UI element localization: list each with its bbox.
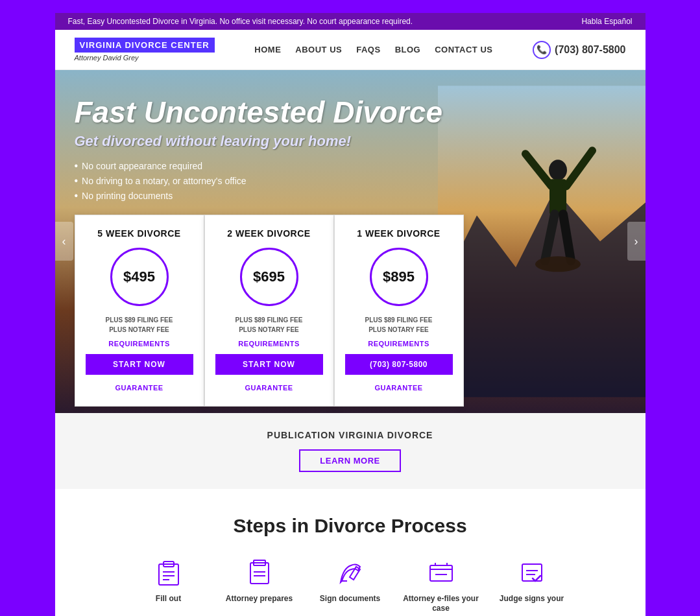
svg-point-2 — [549, 160, 567, 180]
svg-point-8 — [535, 256, 581, 272]
price-amount-2week: $695 — [253, 268, 285, 285]
guarantee-link-5week[interactable]: GUARANTEE — [115, 384, 163, 392]
step-item-3: Sign documents — [308, 556, 392, 614]
nav-about[interactable]: ABOUT US — [295, 45, 342, 54]
price-circle-2week: $695 — [240, 248, 298, 306]
steps-title: Steps in Divorce Process — [68, 515, 633, 537]
step-item-5: Judge signs your — [490, 556, 574, 614]
pricing-row: 5 WEEK DIVORCE $495 PLUS $89 FILING FEE … — [75, 215, 464, 413]
requirements-link-2week[interactable]: REQUIREMENTS — [215, 340, 323, 348]
carousel-right-arrow[interactable]: › — [627, 222, 646, 261]
banner-left-text: Fast, Easy Uncontested Divorce in Virgin… — [68, 17, 413, 26]
nav-blog[interactable]: BLOG — [395, 45, 421, 54]
pricing-card-2week: 2 WEEK DIVORCE $695 PLUS $89 FILING FEE … — [204, 215, 334, 407]
guarantee-link-1week[interactable]: GUARANTEE — [374, 384, 422, 392]
hero-person-image — [438, 70, 646, 413]
steps-section: Steps in Divorce Process Fill out — [55, 489, 646, 616]
navbar: VIRGINIA DIVORCE CENTER Attorney David G… — [55, 30, 646, 70]
step-icon-4 — [425, 556, 457, 589]
start-now-button-2week[interactable]: START NOW — [215, 354, 323, 375]
nav-faqs[interactable]: FAQS — [356, 45, 380, 54]
step-label-4: Attorney e-files your case — [399, 594, 483, 614]
nav-home[interactable]: HOME — [254, 45, 281, 54]
logo: VIRGINIA DIVORCE CENTER Attorney David G… — [75, 38, 215, 62]
hero-bullets: No court appearance required No driving … — [75, 160, 464, 202]
filing-fee-5week: PLUS $89 FILING FEE PLUS NOTARY FEE — [86, 315, 193, 335]
step-icon-1 — [152, 556, 185, 589]
price-circle-5week: $495 — [110, 248, 169, 306]
start-now-button-5week[interactable]: START NOW — [86, 354, 193, 375]
price-amount-5week: $495 — [123, 268, 155, 285]
nav-contact[interactable]: CONTACT US — [435, 45, 492, 54]
step-label-2: Attorney prepares — [226, 594, 293, 604]
hero-bullet-2: No driving to a notary, or attorney's of… — [75, 175, 464, 187]
carousel-left-arrow[interactable]: ‹ — [55, 222, 73, 261]
top-banner: Fast, Easy Uncontested Divorce in Virgin… — [55, 13, 646, 30]
step-icon-2 — [243, 556, 276, 589]
filing-fee-1week: PLUS $89 FILING FEE PLUS NOTARY FEE — [345, 315, 453, 335]
step-icon-3 — [334, 556, 367, 589]
phone-number: (703) 807-5800 — [555, 44, 625, 56]
step-item-2: Attorney prepares — [217, 556, 302, 614]
phone-icon: 📞 — [533, 41, 551, 59]
banner-right-text[interactable]: Habla Español — [581, 17, 632, 26]
hero-bullet-1: No court appearance required — [75, 160, 464, 172]
price-amount-1week: $895 — [383, 268, 415, 285]
hero-bullet-3: No printing documents — [75, 190, 464, 202]
step-item-1: Fill out — [127, 556, 211, 614]
nav-phone[interactable]: 📞 (703) 807-5800 — [533, 41, 625, 59]
pricing-card-5week: 5 WEEK DIVORCE $495 PLUS $89 FILING FEE … — [75, 215, 204, 407]
step-item-4: Attorney e-files your case — [399, 556, 483, 614]
filing-fee-2week: PLUS $89 FILING FEE PLUS NOTARY FEE — [215, 315, 323, 335]
logo-title: VIRGINIA DIVORCE CENTER — [75, 38, 215, 53]
pricing-title-1week: 1 WEEK DIVORCE — [345, 228, 453, 239]
step-label-3: Sign documents — [320, 594, 380, 604]
learn-more-button[interactable]: LEARN MORE — [299, 449, 400, 472]
step-label-1: Fill out — [156, 594, 181, 604]
guarantee-link-2week[interactable]: GUARANTEE — [245, 384, 293, 392]
svg-rect-19 — [430, 565, 452, 581]
hero-section: ‹ › — [55, 70, 646, 413]
phone-button-1week[interactable]: (703) 807-5800 — [345, 354, 453, 375]
pricing-card-1week: 1 WEEK DIVORCE $895 PLUS $89 FILING FEE … — [334, 215, 464, 407]
hero-heading: Fast Uncontested Divorce — [75, 96, 464, 129]
hero-content: Fast Uncontested Divorce Get divorced wi… — [75, 96, 464, 413]
pricing-title-5week: 5 WEEK DIVORCE — [86, 228, 193, 239]
step-label-5: Judge signs your — [500, 594, 564, 604]
pricing-title-2week: 2 WEEK DIVORCE — [215, 228, 323, 239]
publication-section: PUBLICATION VIRGINIA DIVORCE LEARN MORE — [55, 413, 646, 489]
nav-links: HOME ABOUT US FAQS BLOG CONTACT US — [254, 45, 492, 54]
price-circle-1week: $895 — [370, 248, 428, 306]
logo-subtitle: Attorney David Grey — [75, 54, 139, 62]
hero-subheading: Get divorced without leaving your home! — [75, 133, 464, 150]
publication-title: PUBLICATION VIRGINIA DIVORCE — [68, 430, 633, 440]
requirements-link-5week[interactable]: REQUIREMENTS — [86, 340, 193, 348]
steps-row: Fill out Attorney prepares — [68, 556, 633, 614]
step-icon-5 — [516, 556, 548, 589]
requirements-link-1week[interactable]: REQUIREMENTS — [345, 340, 453, 348]
